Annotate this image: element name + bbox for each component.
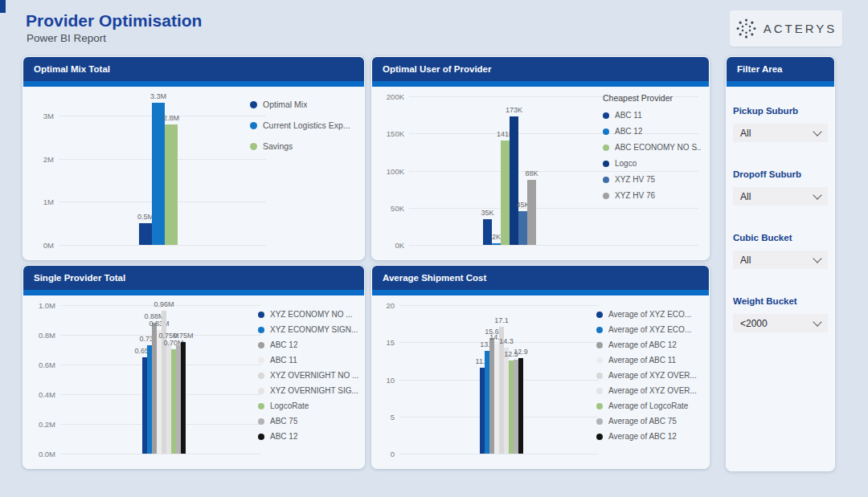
brand-name: ACTERYS xyxy=(764,22,837,35)
legend-item[interactable]: XYZ OVERNIGHT NO ... xyxy=(258,371,359,380)
legend-item-label: ABC 11 xyxy=(615,111,642,120)
legend-dot-icon xyxy=(258,357,264,364)
brand-logo: ACTERYS xyxy=(730,10,842,47)
legend-item[interactable]: ABC 11 xyxy=(603,111,701,120)
legend-item-label: Savings xyxy=(263,141,293,151)
filter-label: Dropoff Suburb xyxy=(733,169,828,179)
bar-value-label: 0.96M xyxy=(154,300,174,308)
bar-1[interactable] xyxy=(483,219,492,245)
legend-item[interactable]: Logco xyxy=(603,159,701,168)
legend-item[interactable]: XYZ ECONOMY NO ... xyxy=(258,310,359,319)
legend-item[interactable]: Average of ABC 12 xyxy=(596,432,702,441)
bar-chart-plot: 0M1M2M3M0.5M3.3M2.8M xyxy=(59,96,266,245)
legend-item[interactable]: Optimal Mix xyxy=(250,100,356,109)
bar-9[interactable] xyxy=(518,358,523,454)
panel-header: Optimal Mix Total xyxy=(23,57,364,81)
legend-dot-icon xyxy=(258,434,264,440)
panel-title: Filter Area xyxy=(737,64,782,74)
legend-item[interactable]: Average of XYZ OVER... xyxy=(596,386,702,395)
legend-item[interactable]: Current Logistics Exp... xyxy=(250,120,356,130)
panel-title: Single Provider Total xyxy=(34,273,125,283)
dropdown-value: All xyxy=(740,128,751,139)
filter-label: Weight Bucket xyxy=(733,296,828,306)
legend-item[interactable]: XYZ ECONOMY SIGN... xyxy=(258,325,359,334)
chart-legend: Optimal MixCurrent Logistics Exp...Savin… xyxy=(250,100,356,162)
legend-dot-icon xyxy=(596,434,603,440)
bar-6[interactable] xyxy=(527,180,536,245)
panel-header-strip xyxy=(23,81,364,87)
legend-item[interactable]: Average of LogcoRate xyxy=(596,401,702,410)
y-tick-label: 0M xyxy=(23,241,54,250)
dropoff-suburb-dropdown[interactable]: All xyxy=(733,187,828,206)
filter-field-cubic-bucket: Cubic Bucket All xyxy=(733,233,828,269)
bar-value-label: 14.3 xyxy=(499,337,514,345)
legend-dot-icon xyxy=(258,327,264,333)
y-tick-label: 1.0M xyxy=(23,301,55,310)
weight-bucket-dropdown[interactable]: <2000 xyxy=(733,314,828,332)
y-tick-label: 150K xyxy=(372,129,404,138)
legend-item[interactable]: Average of XYZ OVER... xyxy=(596,371,702,380)
bar-value-label: 2.8M xyxy=(163,114,179,122)
legend-dot-icon xyxy=(603,177,609,183)
dropdown-value: All xyxy=(740,191,751,202)
legend-item-label: XYZ OVERNIGHT SIG... xyxy=(270,386,358,395)
legend-dot-icon xyxy=(258,418,264,425)
bar-2[interactable] xyxy=(152,103,165,245)
legend-item-label: ABC 12 xyxy=(270,432,297,441)
legend-item-label: Average of ABC 11 xyxy=(608,356,676,365)
dropdown-value: All xyxy=(740,255,751,266)
bar-chart-plot: 0.0M0.2M0.4M0.6M0.8M1.0M0.65M0.73M0.88M0… xyxy=(60,305,261,454)
bar-3[interactable] xyxy=(501,141,510,245)
cubic-bucket-dropdown[interactable]: All xyxy=(733,251,828,269)
filter-field-weight-bucket: Weight Bucket <2000 xyxy=(733,296,828,332)
legend-item-label: ABC ECONOMY NO S... xyxy=(615,143,701,152)
legend-item[interactable]: XYZ HV 75 xyxy=(603,175,701,184)
dot-gear-icon xyxy=(735,18,757,39)
legend-item[interactable]: Average of XYZ ECO... xyxy=(596,310,702,319)
legend-item[interactable]: XYZ HV 76 xyxy=(603,191,701,200)
panel-filter-area: Filter Area Pickup Suburb All Dropoff Su… xyxy=(726,56,835,471)
legend-item[interactable]: Savings xyxy=(250,141,356,151)
legend-item[interactable]: Average of XYZ ECO... xyxy=(596,325,702,334)
legend-item-label: Average of XYZ ECO... xyxy=(608,325,691,334)
legend-dot-icon xyxy=(250,101,257,108)
bar-2[interactable] xyxy=(492,243,501,245)
legend-item-label: Average of ABC 12 xyxy=(608,340,677,349)
legend-item[interactable]: ABC ECONOMY NO S... xyxy=(603,143,701,152)
y-tick-label: 2M xyxy=(23,155,54,164)
legend-item[interactable]: ABC 12 xyxy=(603,127,701,136)
legend-dot-icon xyxy=(596,327,603,333)
legend-item[interactable]: Average of ABC 11 xyxy=(596,356,702,365)
legend-dot-icon xyxy=(596,373,603,379)
y-tick-label: 0K xyxy=(372,241,404,250)
legend-item[interactable]: XYZ OVERNIGHT SIG... xyxy=(258,386,359,395)
pickup-suburb-dropdown[interactable]: All xyxy=(733,124,828,142)
bar-5[interactable] xyxy=(518,211,527,245)
legend-item[interactable]: LogcoRate xyxy=(258,401,359,410)
legend-item-label: Current Logistics Exp... xyxy=(263,120,350,130)
legend-item[interactable]: Average of ABC 75 xyxy=(596,417,702,426)
chevron-down-icon xyxy=(813,254,821,263)
legend-item-label: ABC 12 xyxy=(270,340,297,349)
legend-dot-icon xyxy=(603,161,609,167)
bar-3[interactable] xyxy=(165,124,178,245)
y-tick-label: 3M xyxy=(23,112,54,120)
legend-item-label: Optimal Mix xyxy=(263,100,307,109)
legend-item-label: Average of ABC 75 xyxy=(608,417,677,426)
y-tick-label: 0.8M xyxy=(23,331,55,340)
bar-value-label: 3.3M xyxy=(150,92,166,100)
bar-9[interactable] xyxy=(181,342,186,454)
legend-item[interactable]: ABC 12 xyxy=(258,340,359,349)
legend-item[interactable]: Average of ABC 12 xyxy=(596,340,702,349)
chevron-down-icon xyxy=(813,190,821,199)
legend-item[interactable]: ABC 12 xyxy=(258,432,359,441)
legend-item[interactable]: ABC 75 xyxy=(258,417,359,426)
legend-item[interactable]: ABC 11 xyxy=(258,356,359,365)
bar-1[interactable] xyxy=(139,223,152,245)
bar-4[interactable] xyxy=(510,116,518,245)
legend-dot-icon xyxy=(596,403,603,409)
panel-optimal-mix-total: Optimal Mix Total 0M1M2M3M0.5M3.3M2.8M O… xyxy=(23,56,365,260)
y-tick-label: 100K xyxy=(372,167,404,176)
filter-label: Cubic Bucket xyxy=(733,233,828,242)
y-tick-label: 10 xyxy=(371,376,395,385)
